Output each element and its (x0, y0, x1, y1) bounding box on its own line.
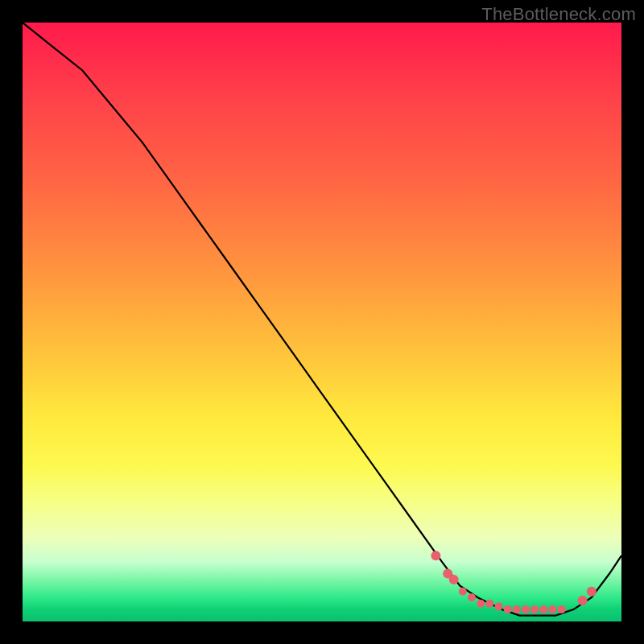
highlighted-points (431, 551, 596, 613)
marker-point (431, 551, 440, 560)
marker-point (477, 600, 485, 608)
marker-point (548, 605, 556, 613)
marker-point (495, 602, 503, 610)
marker-point (459, 588, 467, 596)
marker-point (539, 605, 547, 613)
marker-point (558, 605, 566, 613)
bottleneck-curve (23, 23, 621, 616)
marker-point (449, 575, 459, 584)
marker-point (485, 600, 493, 608)
marker-point (522, 605, 530, 613)
chart-svg (23, 23, 621, 621)
plot-area (23, 23, 621, 621)
marker-point (530, 605, 539, 613)
watermark-text: TheBottleneck.com (481, 4, 636, 25)
marker-point (468, 593, 476, 601)
marker-point (578, 596, 588, 605)
marker-point (504, 605, 512, 613)
marker-point (513, 605, 521, 613)
curve-line (23, 23, 621, 616)
marker-point (587, 587, 597, 597)
chart-frame: TheBottleneck.com (0, 0, 644, 644)
